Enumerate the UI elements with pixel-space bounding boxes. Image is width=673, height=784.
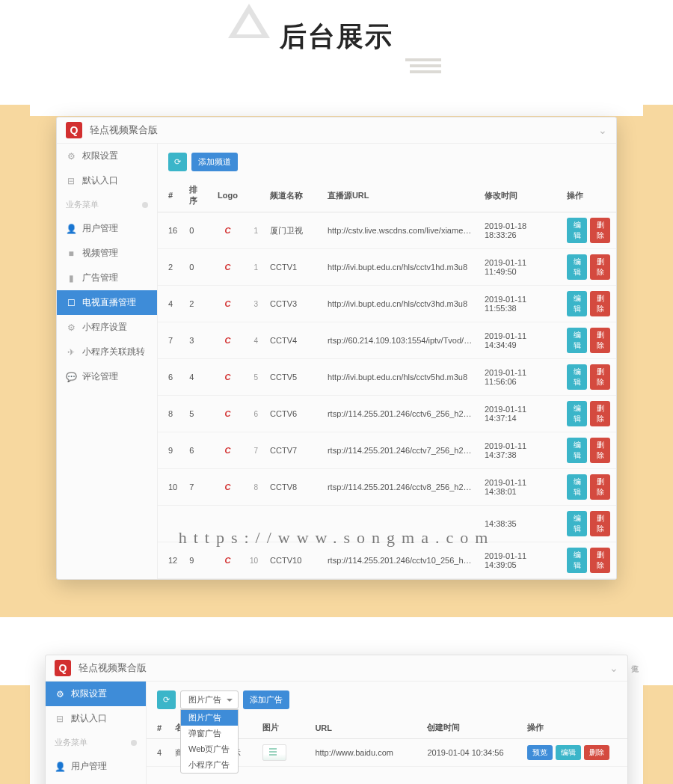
table-row: 85C6CCTV6rtsp://114.255.201.246/cctv6_25… — [158, 396, 616, 432]
sidebar: ⚙权限设置⊟默认入口业务菜单👤用户管理■视频管理▮广告管理☐电视直播管理⚙小程序… — [57, 144, 158, 579]
edit-button[interactable]: 编辑 — [567, 291, 587, 316]
table-row: 160C1厦门卫视http://cstv.live.wscdns.com/liv… — [158, 212, 616, 249]
video-icon: ■ — [66, 248, 76, 259]
ad-icon: ▮ — [66, 273, 76, 284]
sidebar-label: 用户管理 — [82, 222, 118, 235]
delete-button[interactable]: 删除 — [590, 328, 610, 353]
decoration-lines — [410, 58, 441, 76]
sidebar-label: 小程序关联跳转 — [82, 346, 145, 358]
sidebar-item[interactable]: 👤用户管理 — [57, 216, 157, 241]
delete-button[interactable]: 删除 — [590, 548, 610, 573]
edit-button[interactable]: 编辑 — [567, 511, 587, 536]
channel-logo-icon: C — [225, 226, 231, 235]
page-title: 后台展示 — [0, 0, 673, 55]
col-header: 修改时间 — [479, 179, 561, 212]
table-row: 14:38:35编辑删除 — [158, 506, 616, 542]
sidebar-label: 默认入口 — [82, 174, 118, 187]
dropdown-toggle[interactable]: 图片广告 — [180, 690, 239, 709]
panel-header: Q 轻点视频聚合版 ⌄ — [57, 117, 616, 144]
ad-type-dropdown[interactable]: 图片广告 图片广告弹窗广告Web页广告小程序广告 — [180, 690, 239, 709]
table-row: 42C3CCTV3http://ivi.bupt.edu.cn/hls/cctv… — [158, 286, 616, 322]
delete-button[interactable]: 删除 — [590, 218, 610, 243]
gear-icon: ⚙ — [66, 151, 76, 162]
sidebar-label: 默认入口 — [71, 712, 107, 725]
sidebar-label: 广告管理 — [82, 272, 118, 284]
col-header: 直播源URL — [322, 179, 479, 212]
col-header: 排序 — [183, 179, 212, 212]
delete-button[interactable]: 删除 — [590, 474, 610, 500]
sidebar-group: 业务菜单 — [57, 193, 157, 216]
sidebar-item[interactable]: ■视频管理 — [46, 779, 146, 784]
edit-button[interactable]: 编辑 — [567, 438, 587, 463]
delete-button[interactable]: 删除 — [590, 254, 610, 280]
triangle-decoration — [228, 4, 270, 38]
app-title: 轻点视频聚合版 — [79, 661, 147, 675]
dropdown-menu: 图片广告弹窗广告Web页广告小程序广告 — [180, 709, 239, 774]
edit-button[interactable]: 编辑 — [567, 254, 587, 280]
sidebar-item[interactable]: ■视频管理 — [57, 241, 157, 266]
sidebar-item[interactable]: ⚙小程序设置 — [57, 315, 157, 340]
user-icon: 👤 — [55, 762, 65, 772]
sidebar-item[interactable]: ✈小程序关联跳转 — [57, 340, 157, 364]
delete-button[interactable]: 删除 — [584, 745, 609, 760]
panel-header: Q 轻点视频聚合版 ⌄ — [46, 655, 627, 682]
app-logo: Q — [55, 660, 71, 676]
sidebar-item[interactable]: ⊟默认入口 — [57, 168, 157, 193]
sidebar: ⚙权限设置⊟默认入口业务菜单👤用户管理■视频管理▮广告管理☐电视直播管理⚙小程序… — [46, 682, 147, 784]
col-header: URL — [309, 717, 421, 739]
sidebar-item[interactable]: ⊟默认入口 — [46, 706, 146, 731]
sidebar-label: 用户管理 — [71, 760, 107, 773]
sidebar-item[interactable]: 👤用户管理 — [46, 754, 146, 779]
channel-logo-icon: C — [225, 556, 231, 565]
comment-icon: 💬 — [66, 372, 76, 382]
delete-button[interactable]: 删除 — [590, 364, 610, 390]
dropdown-item[interactable]: 图片广告 — [181, 710, 238, 726]
dropdown-item[interactable]: Web页广告 — [181, 741, 238, 757]
edit-button[interactable]: 编辑 — [567, 401, 587, 426]
col-header: # — [147, 717, 169, 739]
sidebar-item[interactable]: ▮广告管理 — [57, 266, 157, 290]
channel-logo-icon: C — [225, 483, 231, 491]
delete-button[interactable]: 删除 — [590, 511, 610, 536]
door-icon: ⊟ — [66, 176, 76, 186]
delete-button[interactable]: 删除 — [590, 401, 610, 426]
edit-button[interactable]: 编辑 — [567, 328, 587, 353]
sidebar-item[interactable]: ⚙权限设置 — [46, 682, 146, 706]
edit-button[interactable]: 编辑 — [567, 364, 587, 390]
preview-button[interactable]: 预览 — [527, 745, 553, 760]
add-ad-button[interactable]: 添加广告 — [243, 690, 289, 709]
channel-logo-icon: C — [225, 446, 231, 455]
sidebar-label: 评论管理 — [82, 370, 118, 383]
sidebar-label: 电视直播管理 — [82, 296, 136, 309]
tv-icon: ☐ — [66, 298, 76, 308]
sidebar-item[interactable]: ☐电视直播管理 — [57, 290, 157, 315]
dropdown-item[interactable]: 小程序广告 — [181, 757, 238, 773]
app-title: 轻点视频聚合版 — [90, 123, 158, 137]
refresh-button[interactable]: ⟳ — [168, 153, 187, 171]
gear-icon: ⚙ — [66, 322, 76, 333]
channel-table: #排序Logo频道名称直播源URL修改时间操作 160C1厦门卫视http://… — [158, 179, 616, 579]
edit-button[interactable]: 编辑 — [567, 218, 587, 243]
panel-channels: Q 轻点视频聚合版 ⌄ ⚙权限设置⊟默认入口业务菜单👤用户管理■视频管理▮广告管… — [56, 117, 617, 580]
table-row: 129C10CCTV10rtsp://114.255.201.246/cctv1… — [158, 542, 616, 579]
channel-logo-icon: C — [225, 336, 231, 345]
chevron-down-icon[interactable]: ⌄ — [598, 124, 607, 136]
sidebar-item[interactable]: 💬评论管理 — [57, 364, 157, 389]
ad-thumbnail — [262, 744, 286, 761]
dropdown-item[interactable]: 弹窗广告 — [181, 726, 238, 741]
sidebar-label: 视频管理 — [82, 247, 118, 260]
table-row: 64C5CCTV5http://ivi.bupt.edu.cn/hls/cctv… — [158, 359, 616, 396]
add-channel-button[interactable]: 添加频道 — [191, 153, 238, 171]
sidebar-item[interactable]: ⚙权限设置 — [57, 144, 157, 168]
chevron-down-icon[interactable]: ⌄ — [609, 662, 618, 674]
sidebar-group: 业务菜单 — [46, 731, 146, 754]
refresh-button[interactable]: ⟳ — [157, 690, 176, 709]
edit-button[interactable]: 编辑 — [567, 474, 587, 500]
edit-button[interactable]: 编辑 — [567, 548, 587, 573]
sidebar-label: 权限设置 — [82, 150, 118, 162]
delete-button[interactable]: 删除 — [590, 438, 610, 463]
edit-button[interactable]: 编辑 — [556, 745, 581, 760]
col-header: Logo — [212, 179, 244, 212]
table-row: 107C8CCTV8rtsp://114.255.201.246/cctv8_2… — [158, 469, 616, 506]
delete-button[interactable]: 删除 — [590, 291, 610, 316]
